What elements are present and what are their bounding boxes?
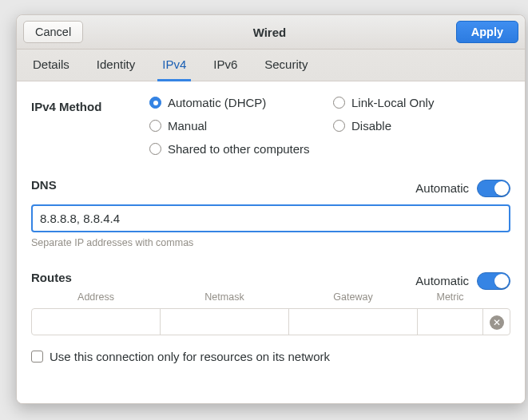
radio-indicator-icon (333, 120, 345, 132)
radio-label: Manual (168, 119, 207, 133)
route-gateway-input[interactable] (289, 309, 417, 335)
ipv4-panel: IPv4 Method Automatic (DHCP) Link-Local … (17, 81, 525, 403)
routes-table: Address Netmask Gateway Metric (31, 308, 510, 335)
radio-automatic-dhcp[interactable]: Automatic (DHCP) (149, 96, 327, 109)
checkbox-indicator-icon (31, 351, 43, 363)
route-address-input[interactable] (32, 309, 160, 335)
cancel-button[interactable]: Cancel (23, 21, 83, 43)
tab-identity[interactable]: Identity (93, 50, 138, 81)
routes-label: Routes (31, 271, 72, 284)
only-local-resources-label: Use this connection only for resources o… (50, 350, 330, 363)
radio-indicator-icon (333, 97, 345, 109)
dns-automatic-toggle[interactable] (477, 180, 510, 197)
radio-manual[interactable]: Manual (149, 119, 327, 133)
radio-label: Automatic (DHCP) (168, 96, 266, 109)
routes-header-address: Address (32, 291, 160, 303)
routes-automatic-label: Automatic (415, 274, 469, 287)
radio-indicator-icon (149, 97, 161, 109)
tab-ipv6[interactable]: IPv6 (210, 50, 240, 81)
dns-hint: Separate IP addresses with commas (31, 237, 510, 248)
tab-details[interactable]: Details (30, 50, 73, 81)
route-delete-button[interactable]: ✕ (490, 315, 504, 330)
radio-shared[interactable]: Shared to other computers (149, 142, 510, 156)
radio-label: Disable (351, 119, 391, 133)
dns-automatic-label: Automatic (415, 181, 469, 195)
titlebar: Cancel Wired Apply (17, 15, 525, 50)
routes-header-gateway: Gateway (289, 291, 417, 303)
connection-editor-dialog: Cancel Wired Apply Details Identity IPv4… (16, 14, 526, 404)
routes-header-metric: Metric (418, 291, 482, 303)
routes-header-netmask: Netmask (161, 291, 288, 303)
dns-servers-input[interactable] (31, 204, 510, 232)
radio-indicator-icon (149, 143, 161, 155)
close-icon: ✕ (493, 318, 501, 327)
apply-button[interactable]: Apply (456, 21, 518, 43)
dialog-title: Wired (253, 26, 287, 39)
radio-disable[interactable]: Disable (333, 119, 510, 133)
route-netmask-input[interactable] (161, 309, 288, 335)
tab-security[interactable]: Security (261, 50, 311, 81)
radio-indicator-icon (149, 120, 161, 132)
dns-label: DNS (31, 178, 57, 192)
route-metric-input[interactable] (418, 309, 482, 335)
tab-ipv4[interactable]: IPv4 (159, 50, 189, 81)
radio-label: Link-Local Only (351, 96, 434, 109)
radio-label: Shared to other computers (168, 142, 310, 156)
only-local-resources-checkbox[interactable]: Use this connection only for resources o… (31, 350, 510, 363)
tab-bar: Details Identity IPv4 IPv6 Security (17, 50, 525, 81)
routes-automatic-toggle[interactable] (477, 272, 510, 290)
ipv4-method-label: IPv4 Method (31, 100, 149, 113)
radio-link-local-only[interactable]: Link-Local Only (333, 96, 510, 109)
